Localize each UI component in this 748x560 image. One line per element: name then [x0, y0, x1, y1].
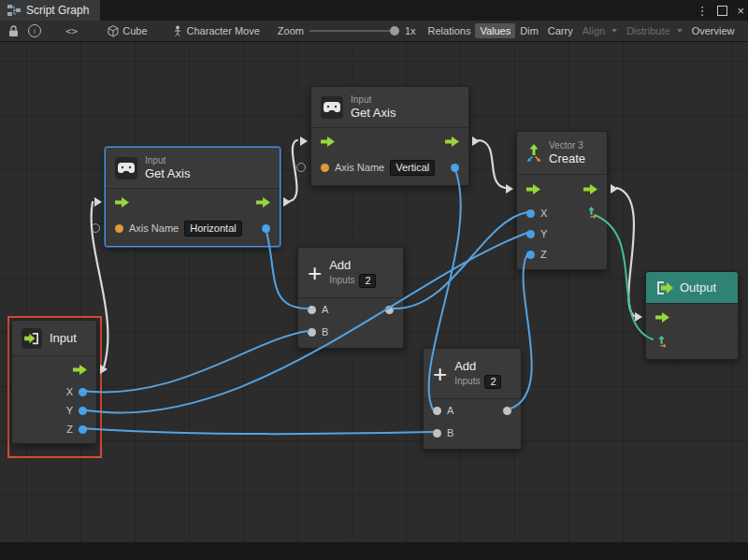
x-input-port[interactable] — [526, 209, 535, 218]
b-input-port[interactable] — [308, 328, 316, 337]
port-row-x: X — [12, 382, 96, 401]
character-move-breadcrumb[interactable]: Character Move — [167, 23, 265, 38]
axis-name-input-port[interactable] — [321, 164, 329, 172]
port-row-y: Y — [517, 223, 607, 244]
kebab-menu-icon[interactable]: ⋮ — [696, 5, 708, 17]
port-label-x: X — [66, 386, 73, 397]
info-icon: i — [28, 24, 41, 37]
x-output-port[interactable] — [79, 388, 87, 396]
node-header: + Add Inputs 2 — [424, 349, 521, 399]
align-label: Align — [583, 25, 605, 36]
node-title: Add — [329, 258, 376, 272]
z-input-port[interactable] — [526, 251, 535, 259]
port-row-b: B — [298, 321, 403, 343]
relations-button[interactable]: Relations — [424, 23, 476, 38]
value-output-port[interactable] — [451, 164, 459, 172]
code-preview-button[interactable]: <> — [61, 23, 82, 39]
node-add-1[interactable]: + Add Inputs 2 A B — [297, 247, 404, 349]
y-input-port[interactable] — [526, 230, 535, 238]
a-input-port[interactable] — [308, 306, 316, 314]
node-get-axis-vertical[interactable]: Input Get Axis Axis Name Vertical — [310, 86, 469, 186]
vector-input-port[interactable] — [655, 336, 668, 350]
node-title: Create — [549, 151, 585, 165]
flow-in-port[interactable] — [506, 184, 513, 194]
chevron-down-icon — [611, 29, 617, 33]
flow-out-port[interactable] — [611, 184, 618, 194]
distribute-dropdown[interactable]: Distribute — [622, 23, 686, 38]
flow-out-port[interactable] — [283, 197, 291, 207]
node-get-axis-horizontal[interactable]: Input Get Axis Axis Name Horizontal — [105, 147, 280, 247]
sum-output-port[interactable] — [503, 407, 511, 415]
relations-label: Relations — [428, 25, 471, 36]
b-input-port[interactable] — [433, 429, 441, 438]
flow-in-arrow-icon — [526, 184, 540, 194]
tab-script-graph[interactable]: Script Graph — [0, 0, 100, 21]
flow-in-port[interactable] — [94, 197, 102, 207]
node-input[interactable]: Input X Y Z — [11, 320, 97, 444]
port-row-a: A — [298, 298, 403, 321]
flow-out-port[interactable] — [472, 136, 480, 146]
port-row-x: X — [517, 203, 607, 223]
tab-title: Script Graph — [26, 4, 89, 17]
cube-label: Cube — [122, 25, 147, 36]
axis-name-input-port[interactable] — [115, 224, 123, 233]
flow-in-port[interactable] — [300, 136, 308, 146]
character-icon — [172, 25, 183, 36]
value-input-port[interactable] — [91, 223, 100, 233]
axis-name-field[interactable]: Horizontal — [184, 221, 242, 237]
graph-toolbar: i <> Cube Character Move Zoom 1x Relatio… — [0, 21, 748, 42]
flow-row — [311, 128, 468, 154]
output-icon — [655, 280, 674, 295]
z-output-port[interactable] — [79, 425, 87, 434]
vector-gizmo-icon — [655, 336, 668, 348]
overview-button[interactable]: Overview — [687, 23, 740, 38]
node-output[interactable]: Output — [645, 271, 739, 360]
carry-button[interactable]: Carry — [543, 23, 578, 38]
lock-button[interactable] — [4, 23, 23, 39]
zoom-label: Zoom — [272, 25, 304, 36]
node-category: Input — [351, 94, 396, 106]
a-input-port[interactable] — [433, 407, 441, 415]
flow-out-port[interactable] — [100, 365, 108, 374]
node-vector3-create[interactable]: Vector 3 Create X Y Z — [516, 131, 608, 270]
code-icon: <> — [65, 25, 78, 37]
info-button[interactable]: i — [23, 22, 46, 39]
inputs-count-field[interactable]: 2 — [359, 274, 376, 288]
node-category: Input — [145, 155, 190, 166]
values-button[interactable]: Values — [475, 23, 515, 38]
maximize-icon[interactable] — [717, 6, 727, 16]
port-row-z: Z — [12, 420, 96, 438]
y-output-port[interactable] — [79, 407, 87, 415]
cube-breadcrumb[interactable]: Cube — [103, 23, 151, 39]
distribute-label: Distribute — [626, 25, 669, 36]
zoom-slider-handle[interactable] — [390, 26, 399, 36]
port-label-y: Y — [540, 228, 547, 239]
axis-name-field[interactable]: Vertical — [390, 160, 435, 176]
zoom-slider[interactable] — [309, 25, 399, 36]
gamepad-icon — [321, 96, 343, 119]
align-dropdown[interactable]: Align — [578, 23, 622, 38]
lock-icon — [8, 25, 19, 37]
port-label-b: B — [322, 326, 328, 337]
value-input-port[interactable] — [296, 163, 306, 172]
node-add-2[interactable]: + Add Inputs 2 A B — [423, 348, 522, 450]
node-title: Add — [454, 359, 501, 373]
flow-out-arrow-icon — [583, 184, 597, 194]
dim-label: Dim — [520, 25, 539, 36]
vector-output-port[interactable] — [585, 207, 597, 221]
param-label: Axis Name — [335, 162, 384, 173]
flow-in-port[interactable] — [635, 312, 642, 322]
vector-gizmo-icon — [585, 207, 597, 219]
node-header: Input Get Axis — [311, 87, 468, 128]
zoom-value: 1x — [405, 25, 416, 36]
character-move-label: Character Move — [187, 25, 260, 36]
close-icon[interactable]: × — [737, 5, 744, 17]
zoom-slider-track[interactable] — [309, 30, 399, 32]
value-output-port[interactable] — [262, 224, 270, 233]
inputs-count-field[interactable]: 2 — [484, 375, 501, 389]
dim-button[interactable]: Dim — [515, 23, 543, 38]
node-title: Output — [680, 280, 716, 294]
sum-output-port[interactable] — [385, 306, 394, 314]
port-label-z: Z — [66, 424, 73, 435]
tab-bar: Script Graph ⋮ × — [0, 0, 748, 21]
